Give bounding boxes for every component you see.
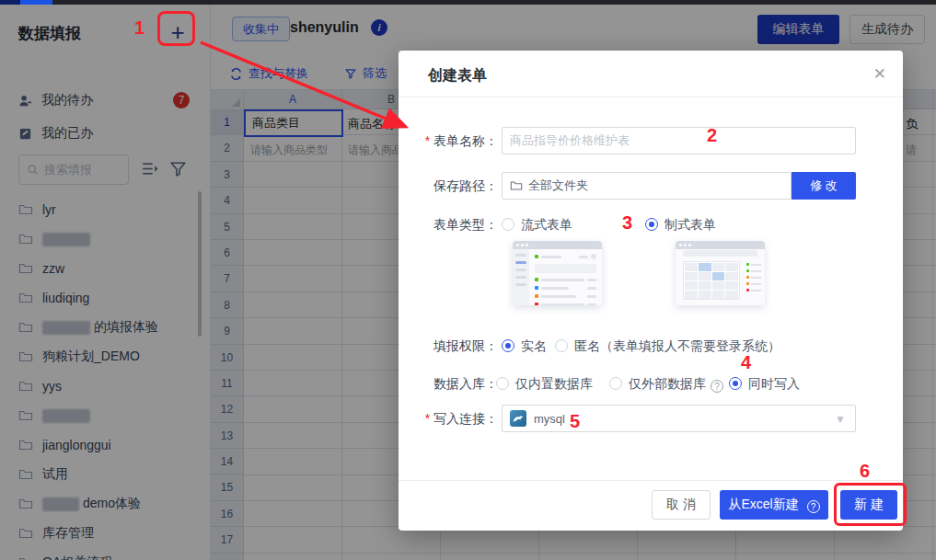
modify-path-button[interactable]: 修 改: [792, 172, 856, 200]
save-path-label: 保存路径：: [399, 178, 498, 195]
radio-checked-icon[interactable]: [729, 377, 742, 390]
form-name-label: 表单名称：: [399, 133, 498, 150]
radio-icon[interactable]: [609, 377, 622, 390]
save-path-value: 全部文件夹: [528, 177, 588, 194]
radio-real-name[interactable]: 实名: [502, 338, 547, 355]
radio-icon[interactable]: [496, 377, 509, 390]
radio-label: 仅内置数据库: [515, 376, 593, 391]
radio-icon[interactable]: [502, 218, 514, 231]
radio-label: 同时写入: [748, 376, 800, 391]
divider: [399, 480, 903, 481]
app-screenshot: 数据填报 + 我的待办 7 我的已办 搜索填报 lyrzzwliudiqing的…: [0, 0, 936, 560]
fill-permission-label: 填报权限：: [399, 338, 498, 355]
radio-icon[interactable]: [555, 339, 568, 352]
create-from-excel-button[interactable]: 从Excel新建 ?: [720, 490, 828, 520]
annotation-step-3: 3: [622, 212, 632, 234]
radio-label: 实名: [521, 338, 547, 353]
annotation-step-1: 1: [134, 17, 144, 39]
chevron-down-icon: ▼: [835, 413, 846, 426]
folder-icon: [510, 179, 523, 192]
close-icon[interactable]: ✕: [873, 64, 886, 84]
radio-flow-form[interactable]: 流式表单: [502, 217, 572, 234]
modal-title: 创建表单: [428, 66, 487, 86]
annotation-step-5: 5: [570, 411, 580, 432]
write-connection-label: 写入连接：: [399, 411, 498, 428]
data-storage-label: 数据入库：: [399, 376, 498, 393]
create-form-modal: 创建表单 ✕ 表单名称： 商品指导价价格维护表 保存路径： 全部文件夹 修 改 …: [399, 51, 903, 531]
radio-label: 制式表单: [664, 217, 716, 232]
form-name-input[interactable]: 商品指导价价格维护表: [502, 127, 856, 154]
cancel-button[interactable]: 取 消: [652, 490, 711, 520]
radio-label: 仅外部数据库: [629, 376, 706, 391]
radio-external-db[interactable]: 仅外部数据库?: [609, 376, 723, 393]
annotation-box-plus: [157, 11, 195, 46]
radio-checked-icon[interactable]: [502, 339, 514, 352]
flow-form-preview[interactable]: [513, 241, 602, 305]
radio-label: 流式表单: [521, 217, 572, 232]
connection-select[interactable]: mysql ▼: [502, 405, 856, 432]
connection-value: mysql: [534, 412, 565, 426]
help-icon[interactable]: ?: [711, 380, 723, 393]
annotation-step-6: 6: [860, 461, 870, 482]
mysql-icon: [510, 410, 526, 427]
radio-grid-form[interactable]: 制式表单: [645, 217, 716, 234]
radio-internal-db[interactable]: 仅内置数据库: [496, 376, 593, 393]
radio-checked-icon[interactable]: [645, 218, 658, 231]
annotation-step-4: 4: [741, 352, 751, 373]
radio-label: 匿名（表单填报人不需要登录系统）: [574, 338, 780, 353]
grid-form-preview[interactable]: [676, 241, 765, 305]
annotation-step-2: 2: [707, 125, 717, 146]
divider: [399, 97, 903, 97]
save-path-input[interactable]: 全部文件夹: [502, 172, 792, 200]
annotation-box-create: [834, 483, 907, 526]
excel-button-label: 从Excel新建: [728, 497, 798, 511]
browser-strip: [0, 0, 936, 5]
form-name-placeholder: 商品指导价价格维护表: [510, 132, 630, 149]
radio-write-both[interactable]: 同时写入: [729, 376, 800, 393]
form-type-label: 表单类型：: [399, 217, 498, 234]
help-icon[interactable]: ?: [807, 500, 820, 513]
